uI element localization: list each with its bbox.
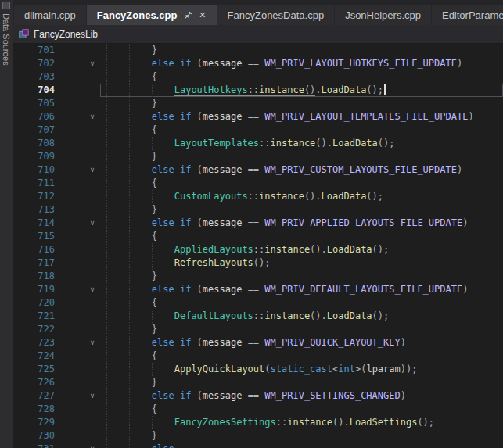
breakpoint-margin[interactable] (61, 124, 84, 137)
breakpoint-margin[interactable] (61, 323, 84, 336)
line-number[interactable]: 717 (13, 256, 61, 270)
breakpoint-margin[interactable] (61, 376, 84, 389)
tool-tab-data-sources[interactable]: Data Sources (2, 13, 11, 66)
code-text[interactable]: else if (message == WM_PRIV_SETTINGS_CHA… (100, 389, 503, 403)
code-text[interactable]: RefreshLayouts(); (100, 256, 503, 270)
code-text[interactable]: } (100, 203, 503, 217)
code-text[interactable]: } (100, 323, 503, 336)
line-number[interactable]: 707 (13, 124, 61, 137)
line-number[interactable]: 711 (13, 177, 61, 190)
code-text[interactable]: LayoutTemplates::instance().LoadData(); (100, 137, 503, 150)
breakpoint-margin[interactable] (61, 203, 84, 217)
line-number[interactable]: 701 (13, 44, 61, 57)
tab-dllmain-cpp[interactable]: dllmain.cpp (14, 5, 86, 25)
breakpoint-margin[interactable] (61, 190, 84, 203)
code-text[interactable]: { (100, 349, 503, 363)
line-number[interactable]: 710 (13, 163, 61, 177)
code-text[interactable]: } (100, 429, 503, 443)
breakpoint-margin[interactable] (61, 349, 84, 363)
code-text[interactable]: { (100, 70, 503, 84)
tab-fancyzones-cpp[interactable]: FancyZones.cpp✕ (87, 5, 217, 25)
code-text[interactable]: else (100, 443, 503, 448)
breakpoint-margin[interactable] (61, 429, 84, 443)
code-text[interactable]: } (100, 44, 503, 57)
breakpoint-margin[interactable] (61, 296, 84, 310)
breakpoint-margin[interactable] (61, 403, 84, 416)
breakpoint-margin[interactable] (61, 84, 84, 97)
fold-collapse-icon[interactable]: ∨ (84, 163, 100, 177)
fold-collapse-icon[interactable]: ∨ (84, 217, 100, 230)
line-number[interactable]: 718 (13, 270, 61, 283)
pin-icon[interactable] (184, 11, 192, 20)
project-name[interactable]: FancyZonesLib (34, 29, 98, 40)
breakpoint-margin[interactable] (61, 163, 84, 177)
line-number[interactable]: 716 (13, 243, 61, 256)
breakpoint-margin[interactable] (61, 70, 84, 84)
breakpoint-margin[interactable] (61, 389, 84, 403)
line-number[interactable]: 702 (13, 57, 61, 70)
code-text[interactable]: else if (message == WM_PRIV_LAYOUT_HOTKE… (100, 57, 503, 70)
code-text[interactable]: ApplyQuickLayout(static_cast<int>(lparam… (100, 363, 503, 376)
line-number[interactable]: 729 (13, 416, 61, 429)
line-number[interactable]: 712 (13, 190, 61, 203)
breakpoint-margin[interactable] (61, 256, 84, 270)
line-number[interactable]: 722 (13, 323, 61, 336)
tab-jsonhelpers-cpp[interactable]: JsonHelpers.cpp (335, 5, 431, 25)
breakpoint-margin[interactable] (61, 310, 84, 323)
code-text[interactable]: { (100, 296, 503, 310)
code-text[interactable]: CustomLayouts::instance().LoadData(); (100, 190, 503, 203)
breakpoint-margin[interactable] (61, 270, 84, 283)
code-text[interactable]: LayoutHotkeys::instance().LoadData(); (100, 84, 503, 97)
line-number[interactable]: 731 (13, 443, 61, 448)
line-number[interactable]: 721 (13, 310, 61, 323)
code-text[interactable]: { (100, 403, 503, 416)
breakpoint-margin[interactable] (61, 230, 84, 243)
line-number[interactable]: 713 (13, 203, 61, 217)
breakpoint-margin[interactable] (61, 44, 84, 57)
line-number[interactable]: 709 (13, 150, 61, 163)
code-text[interactable]: else if (message == WM_PRIV_QUICK_LAYOUT… (100, 336, 503, 349)
line-number[interactable]: 725 (13, 363, 61, 376)
breakpoint-margin[interactable] (61, 137, 84, 150)
fold-collapse-icon[interactable]: ∨ (84, 443, 100, 448)
code-text[interactable]: } (100, 97, 503, 110)
line-number[interactable]: 730 (13, 429, 61, 443)
code-text[interactable]: FancyZonesSettings::instance().LoadSetti… (100, 416, 503, 429)
tab-editorparameters[interactable]: EditorParameters (432, 5, 503, 25)
code-text[interactable]: else if (message == WM_PRIV_DEFAULT_LAYO… (100, 283, 503, 296)
breakpoint-margin[interactable] (61, 416, 84, 429)
code-text[interactable]: AppliedLayouts::instance().LoadData(); (100, 243, 503, 256)
breakpoint-margin[interactable] (61, 243, 84, 256)
line-number[interactable]: 703 (13, 70, 61, 84)
line-number[interactable]: 728 (13, 403, 61, 416)
tab-fancyzonesdata-cpp[interactable]: FancyZonesData.cpp (217, 5, 335, 25)
breakpoint-margin[interactable] (61, 110, 84, 124)
fold-collapse-icon[interactable]: ∨ (84, 57, 100, 70)
code-editor[interactable]: 701 }702∨ else if (message == WM_PRIV_LA… (13, 44, 503, 448)
breakpoint-margin[interactable] (61, 97, 84, 110)
code-text[interactable]: { (100, 124, 503, 137)
line-number[interactable]: 726 (13, 376, 61, 389)
breakpoint-margin[interactable] (61, 57, 84, 70)
breakpoint-margin[interactable] (61, 150, 84, 163)
breakpoint-margin[interactable] (61, 177, 84, 190)
code-text[interactable]: else if (message == WM_PRIV_CUSTOM_LAYOU… (100, 163, 503, 177)
fold-collapse-icon[interactable]: ∨ (84, 389, 100, 403)
fold-collapse-icon[interactable]: ∨ (84, 283, 100, 296)
fold-collapse-icon[interactable]: ∨ (84, 336, 100, 349)
line-number[interactable]: 708 (13, 137, 61, 150)
line-number[interactable]: 706 (13, 110, 61, 124)
line-number[interactable]: 719 (13, 283, 61, 296)
code-text[interactable]: } (100, 376, 503, 389)
fold-collapse-icon[interactable]: ∨ (84, 110, 100, 124)
code-text[interactable]: } (100, 150, 503, 163)
code-text[interactable]: else if (message == WM_PRIV_APPLIED_LAYO… (100, 217, 503, 230)
line-number[interactable]: 715 (13, 230, 61, 243)
code-text[interactable]: { (100, 230, 503, 243)
breakpoint-margin[interactable] (61, 336, 84, 349)
breakpoint-margin[interactable] (61, 217, 84, 230)
line-number[interactable]: 727 (13, 389, 61, 403)
line-number[interactable]: 705 (13, 97, 61, 110)
code-text[interactable]: else if (message == WM_PRIV_LAYOUT_TEMPL… (100, 110, 503, 124)
line-number[interactable]: 704 (13, 84, 61, 97)
